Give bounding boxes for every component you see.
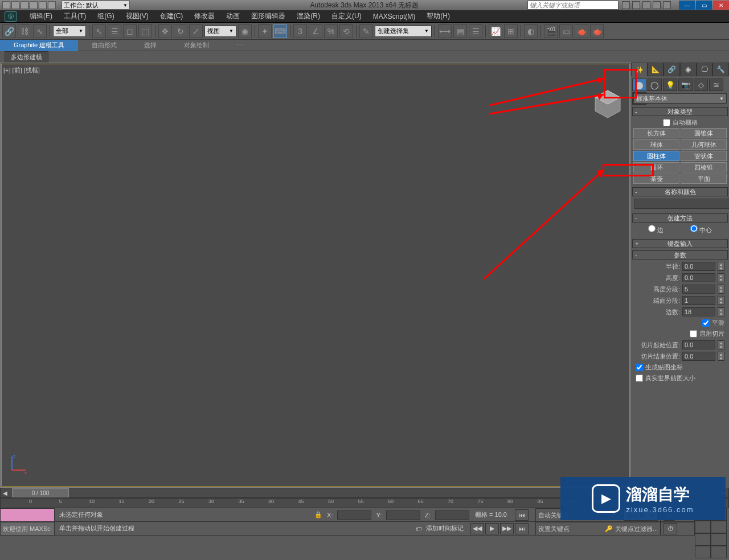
height-segs-spinner-buttons[interactable]: ▲▼	[718, 285, 724, 294]
rollup-header-parameters[interactable]: -参数	[632, 250, 728, 260]
menu-group[interactable]: 组(G)	[92, 10, 120, 23]
menu-render[interactable]: 渲染(R)	[291, 10, 326, 23]
ribbon-collapse-icon[interactable]: ➖	[223, 40, 258, 51]
help-icon[interactable]	[663, 1, 671, 9]
select-icon[interactable]: ↖	[92, 24, 106, 38]
select-region-icon[interactable]: ◻	[123, 24, 137, 38]
goto-start-icon[interactable]: ⏮	[515, 509, 529, 521]
ribbon-tab-paint[interactable]: 对象绘制	[170, 40, 223, 51]
material-editor-icon[interactable]: ◐	[524, 24, 538, 38]
viewcube-icon[interactable]	[591, 86, 625, 120]
motion-tab-icon[interactable]: ◉	[680, 63, 697, 76]
binoculars-icon[interactable]	[622, 1, 630, 9]
rollup-header-create-method[interactable]: -创建方法	[632, 213, 728, 223]
rollup-header-keyboard-input[interactable]: +键盘输入	[632, 239, 728, 248]
coord-system-dropdown[interactable]: 视图	[204, 26, 236, 37]
viewport-label[interactable]: [+] [前] [线框]	[3, 66, 40, 75]
tube-button[interactable]: 管状体	[681, 151, 727, 161]
coords-z-input[interactable]	[435, 510, 469, 520]
mirror-icon[interactable]: ⟷	[438, 24, 452, 38]
time-config-icon[interactable]: ⏱	[664, 523, 677, 534]
rollup-header-name-color[interactable]: -名称和颜色	[632, 187, 728, 196]
add-time-marker[interactable]: 添加时间标记	[426, 524, 464, 533]
lock-icon[interactable]: 🔒	[314, 511, 322, 518]
cameras-icon[interactable]: 📷	[678, 79, 693, 91]
radius-spinner-buttons[interactable]: ▲▼	[718, 262, 724, 271]
coords-y-input[interactable]	[386, 510, 420, 520]
coords-x-input[interactable]	[337, 510, 371, 520]
layers-icon[interactable]: ☰	[469, 24, 482, 38]
radius-spinner[interactable]: 0.0	[682, 262, 715, 271]
menu-graph-editors[interactable]: 图形编辑器	[245, 10, 291, 23]
geometry-icon[interactable]: ⬤	[632, 79, 646, 91]
sides-spinner-buttons[interactable]: ▲▼	[718, 307, 724, 316]
object-name-input[interactable]	[634, 199, 729, 209]
qa-link-icon[interactable]	[48, 1, 56, 9]
slice-to-spinner-buttons[interactable]: ▲▼	[718, 352, 724, 361]
menu-view[interactable]: 视图(V)	[120, 10, 154, 23]
menu-create[interactable]: 创建(C)	[154, 10, 189, 23]
minimize-button[interactable]: —	[679, 1, 695, 10]
edit-named-sel-icon[interactable]: ✎	[359, 24, 373, 38]
qa-save-icon[interactable]	[21, 1, 28, 9]
spinner-snap-icon[interactable]: ⟲	[339, 24, 353, 38]
key-filters-button[interactable]: 关键点过滤器...	[615, 525, 658, 533]
real-world-checkbox[interactable]	[636, 374, 643, 382]
wrench-icon[interactable]	[632, 1, 640, 9]
sides-spinner[interactable]: 18	[682, 307, 715, 316]
create-tab-icon[interactable]: ✨	[631, 63, 648, 76]
ribbon-tab-graphite[interactable]: Graphite 建模工具	[0, 40, 78, 51]
bind-icon[interactable]: ∿	[33, 24, 47, 38]
zoom-extents-all-icon[interactable]	[711, 521, 727, 533]
goto-end-icon[interactable]: ⏭	[515, 523, 529, 534]
slice-to-spinner[interactable]: 0.0	[682, 352, 715, 361]
gen-map-checkbox[interactable]	[636, 364, 643, 371]
shapes-icon[interactable]: ◯	[648, 79, 662, 91]
pyramid-button[interactable]: 四棱锥	[681, 162, 727, 172]
geometry-type-dropdown[interactable]: 标准基本体	[633, 93, 727, 104]
time-slider[interactable]: 0 / 100	[12, 488, 69, 497]
render-icon[interactable]: 🫖	[575, 24, 588, 38]
snap-3-icon[interactable]: 3	[293, 24, 307, 38]
set-key-button[interactable]: 设置关键点	[538, 525, 570, 533]
curve-editor-icon[interactable]: 📈	[489, 24, 502, 38]
pivot-icon[interactable]: ◉	[238, 24, 252, 38]
cylinder-button[interactable]: 圆柱体	[633, 151, 679, 161]
zoom-extents-icon[interactable]	[695, 521, 711, 533]
slice-from-spinner[interactable]: 0.0	[682, 340, 715, 349]
box-button[interactable]: 长方体	[633, 128, 679, 138]
app-logo-icon[interactable]: Ⓢ	[5, 11, 17, 22]
helpers-icon[interactable]: ◇	[694, 79, 708, 91]
workspace-dropdown[interactable]: 工作台: 默认	[62, 1, 130, 10]
manipulate-icon[interactable]: ✦	[258, 24, 272, 38]
named-selection-dropdown[interactable]: 创建选择集	[375, 26, 432, 37]
menu-animation[interactable]: 动画	[220, 10, 245, 23]
rotate-icon[interactable]: ↻	[174, 24, 187, 38]
keyboard-shortcut-icon[interactable]: ⌨	[273, 24, 287, 38]
move-icon[interactable]: ✥	[158, 24, 172, 38]
height-segs-spinner[interactable]: 5	[682, 285, 715, 294]
menu-modifiers[interactable]: 修改器	[189, 10, 220, 23]
fov-icon[interactable]	[711, 546, 727, 558]
display-tab-icon[interactable]: 🖵	[697, 63, 713, 76]
teapot-button[interactable]: 茶壶	[633, 174, 679, 184]
cap-segs-spinner[interactable]: 1	[682, 296, 715, 305]
time-tag-icon[interactable]: 🏷	[415, 525, 421, 532]
edge-radio[interactable]	[648, 225, 656, 232]
height-spinner[interactable]: 0.0	[682, 273, 715, 282]
geosphere-button[interactable]: 几何球体	[681, 139, 727, 150]
menu-customize[interactable]: 自定义(U)	[326, 10, 367, 23]
link-icon[interactable]: 🔗	[2, 24, 16, 38]
ribbon-tab-selection[interactable]: 选择	[130, 40, 170, 51]
close-button[interactable]: ✕	[713, 1, 729, 10]
render-prod-icon[interactable]: 🫖	[590, 24, 604, 38]
scale-icon[interactable]: ⤢	[189, 24, 203, 38]
prev-frame-icon[interactable]: ◀◀	[470, 523, 484, 534]
qa-open-icon[interactable]	[11, 1, 19, 9]
slice-on-checkbox[interactable]	[690, 330, 697, 337]
spacewarps-icon[interactable]: ≋	[709, 79, 723, 91]
torus-button[interactable]: 圆环	[633, 162, 679, 172]
menu-tools[interactable]: 工具(T)	[58, 10, 92, 23]
help-search-input[interactable]	[527, 1, 619, 10]
cone-button[interactable]: 圆锥体	[681, 128, 727, 138]
